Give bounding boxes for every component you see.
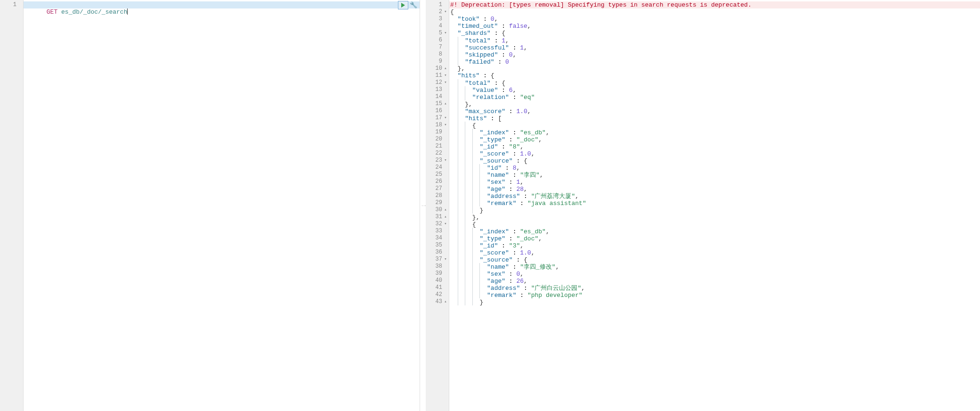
fold-toggle-icon[interactable]: ▾	[443, 221, 448, 228]
indent-guide	[458, 122, 458, 129]
indent-guide	[472, 150, 473, 157]
indent-guide	[458, 298, 458, 305]
line-number: 27	[426, 185, 449, 192]
line-number: 31▴	[426, 214, 449, 221]
line-number: 17▾	[426, 115, 449, 122]
run-button[interactable]	[398, 1, 408, 9]
token-text: :	[513, 157, 524, 164]
response-editor[interactable]: #! Deprecation: [types removal] Specifyi…	[449, 0, 980, 411]
line-number: 3	[426, 16, 449, 23]
token-key: "max_score"	[465, 108, 505, 115]
token-text	[450, 30, 458, 37]
token-key: "remark"	[487, 292, 516, 299]
token-bool: false	[509, 23, 527, 30]
line-number: 13	[426, 86, 449, 93]
token-key: "_score"	[479, 150, 509, 157]
indent-guide	[458, 277, 458, 284]
indent-guide	[472, 284, 473, 291]
line-number: 34	[426, 235, 449, 242]
fold-toggle-icon[interactable]: ▾	[443, 8, 448, 16]
indent-guide	[458, 235, 458, 242]
token-punc: ,	[575, 193, 579, 200]
indent-guide	[458, 93, 458, 100]
token-text: :	[505, 186, 516, 193]
line-number: 8	[426, 51, 449, 58]
token-num: 1	[520, 44, 524, 51]
response-line: "_score" : 1.0,	[449, 249, 980, 256]
indent-guide	[472, 235, 473, 242]
token-key: "total"	[465, 80, 491, 87]
indent-guide	[458, 37, 458, 44]
line-number: 37▾	[426, 256, 449, 263]
token-text: :	[509, 249, 520, 256]
line-number: 40	[426, 277, 449, 284]
indent-guide	[479, 263, 480, 270]
fold-toggle-icon[interactable]: ▴	[443, 206, 448, 214]
token-punc: ,	[531, 150, 535, 157]
token-text: :	[502, 164, 512, 172]
fold-toggle-icon[interactable]: ▴	[443, 298, 448, 305]
settings-button[interactable]: 🔧	[408, 1, 419, 9]
indent-guide	[472, 249, 473, 256]
token-text: :	[509, 129, 520, 136]
fold-toggle-icon[interactable]: ▾	[443, 122, 448, 129]
play-icon	[401, 3, 405, 8]
response-line: "_type" : "_doc",	[449, 136, 980, 143]
fold-toggle-icon[interactable]: ▾	[443, 30, 448, 37]
response-line: "name" : "李四",	[449, 171, 980, 178]
line-number: 7	[426, 44, 449, 51]
indent-guide	[458, 143, 458, 150]
token-text: :	[491, 30, 502, 37]
token-num: 1.0	[520, 249, 531, 256]
fold-toggle-icon[interactable]: ▾	[443, 256, 448, 263]
line-number: 18▾	[426, 122, 449, 129]
fold-toggle-icon[interactable]: ▾	[443, 157, 448, 164]
indent-guide	[458, 107, 458, 115]
indent-guide	[479, 164, 480, 171]
token-punc: ,	[546, 228, 550, 235]
pane-splitter[interactable]: ⋮	[420, 0, 426, 411]
indent-guide	[458, 164, 458, 171]
response-line: "took" : 0,	[449, 16, 980, 23]
fold-toggle-icon[interactable]: ▾	[443, 115, 448, 122]
request-editor[interactable]: GET es_db/_doc/_search	[24, 0, 420, 411]
token-key: "name"	[487, 172, 509, 179]
request-editor-pane: 1 GET es_db/_doc/_search 🔧	[0, 0, 420, 411]
fold-toggle-icon[interactable]: ▴	[443, 214, 448, 221]
token-str: "8"	[509, 143, 520, 150]
token-key: "successful"	[465, 44, 509, 51]
token-punc: ,	[520, 242, 524, 249]
token-str: "php developer"	[527, 292, 583, 299]
indent-guide	[458, 270, 458, 277]
fold-toggle-icon[interactable]: ▾	[443, 72, 448, 79]
fold-toggle-icon[interactable]: ▴	[443, 65, 448, 72]
http-method: GET	[47, 8, 57, 16]
token-key: "_shards"	[458, 30, 491, 37]
indent-guide	[458, 256, 458, 263]
response-line: },	[449, 65, 980, 72]
token-text: :	[505, 108, 516, 115]
line-number: 2▾	[426, 8, 449, 16]
indent-guide	[458, 242, 458, 249]
line-number: 5▾	[426, 30, 449, 37]
token-text: :	[505, 179, 516, 186]
fold-toggle-icon[interactable]: ▴	[443, 100, 448, 107]
response-line: "name" : "李四_修改",	[449, 263, 980, 270]
token-key: "_id"	[479, 242, 498, 249]
fold-toggle-icon[interactable]: ▾	[443, 79, 448, 86]
token-key: "sex"	[487, 179, 505, 186]
response-line: "_index" : "es_db",	[449, 228, 980, 235]
request-line[interactable]: GET es_db/_doc/_search	[24, 1, 420, 8]
token-text: :	[509, 150, 520, 157]
token-key: "remark"	[487, 200, 516, 207]
response-line: "remark" : "java assistant"	[449, 199, 980, 206]
token-text	[450, 23, 458, 30]
indent-guide	[465, 221, 465, 228]
indent-guide	[472, 185, 473, 192]
token-punc: ,	[556, 263, 559, 271]
token-punc: {	[524, 157, 527, 164]
indent-guide	[465, 171, 465, 178]
token-punc: ,	[520, 179, 524, 186]
indent-guide	[465, 214, 465, 221]
indent-guide	[465, 256, 465, 263]
